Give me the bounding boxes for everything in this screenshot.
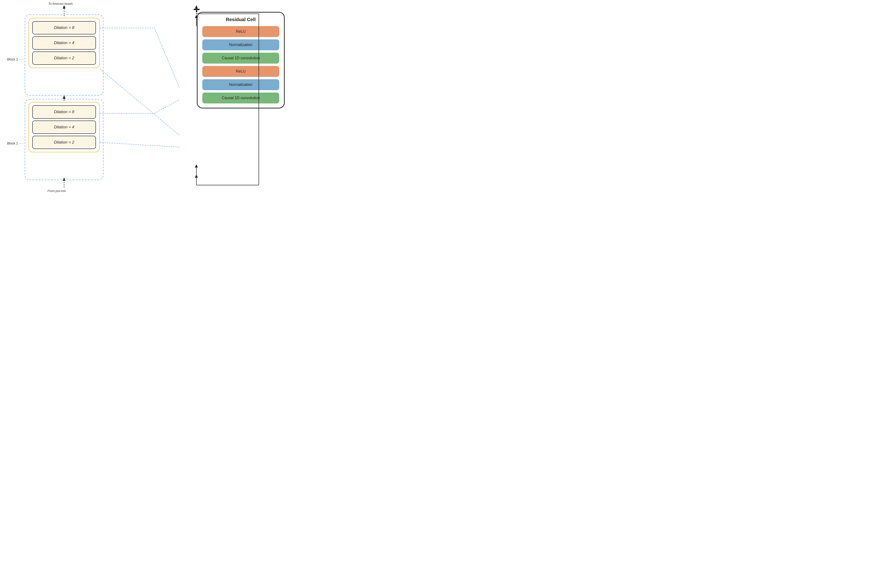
block1-dilation8: Dilation = 8: [32, 105, 96, 118]
svg-marker-5: [63, 177, 66, 181]
block2-dilation2: Dilation = 2: [32, 51, 96, 65]
svg-marker-15: [195, 174, 198, 178]
svg-line-22: [154, 100, 179, 113]
res-conv2: Causal 1D convolution: [202, 93, 279, 104]
svg-line-23: [100, 142, 179, 147]
forecast-label: To forecast heads: [45, 2, 76, 6]
residual-box: Residual Cell ReLU Normalization Causal …: [197, 12, 285, 108]
svg-line-20: [100, 69, 179, 135]
block1-label: Block 1: [7, 141, 24, 145]
svg-marker-17: [195, 164, 198, 168]
block2-dilation4: Dilation = 4: [32, 36, 96, 50]
svg-line-19: [154, 28, 179, 88]
block2-box: Dilation = 8 Dilation = 4 Dilation = 2: [29, 18, 100, 68]
res-relu2: ReLU: [202, 66, 279, 77]
svg-marker-3: [63, 95, 66, 99]
residual-section: Residual Cell ReLU Normalization Causal …: [197, 12, 285, 108]
block1-dilation2: Dilation = 2: [32, 136, 96, 149]
block1-dilation4: Dilation = 4: [32, 120, 96, 134]
residual-title: Residual Cell: [202, 17, 279, 22]
block2-label: Block 2: [7, 57, 24, 61]
res-norm2: Normalization: [202, 79, 279, 90]
svg-marker-10: [195, 5, 198, 9]
res-relu1: ReLU: [202, 26, 279, 37]
premix-label: From pre-mix: [48, 189, 66, 193]
diagram-container: To forecast heads Dilation = 8 Dilation …: [0, 0, 291, 196]
res-norm1: Normalization: [202, 39, 279, 50]
block2-dilation8: Dilation = 8: [32, 21, 96, 34]
res-conv1: Causal 1D convolution: [202, 52, 279, 64]
block1-box: Dilation = 8 Dilation = 4 Dilation = 2: [29, 102, 100, 152]
svg-marker-1: [63, 5, 66, 9]
